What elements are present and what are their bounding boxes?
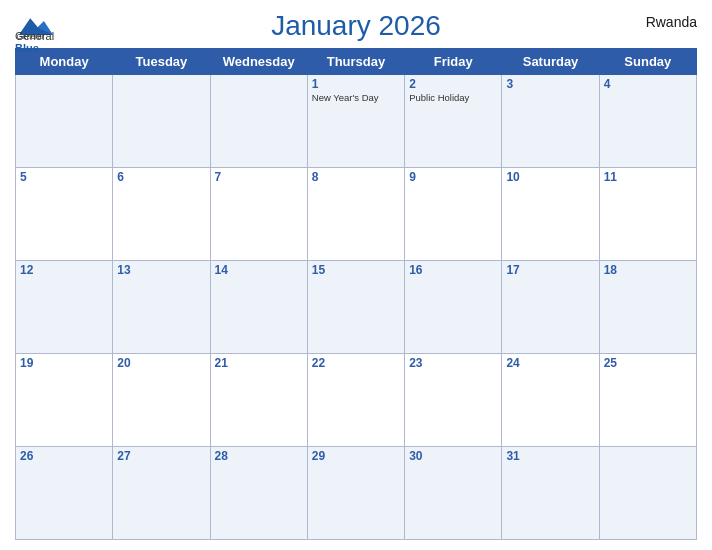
weekday-thursday: Thursday <box>307 49 404 75</box>
day-cell: 14 <box>210 261 307 354</box>
day-cell: 21 <box>210 354 307 447</box>
day-number: 29 <box>312 449 400 463</box>
day-number: 31 <box>506 449 594 463</box>
day-cell: 8 <box>307 168 404 261</box>
day-number: 13 <box>117 263 205 277</box>
day-number: 6 <box>117 170 205 184</box>
day-number: 3 <box>506 77 594 91</box>
day-number: 16 <box>409 263 497 277</box>
day-number: 11 <box>604 170 692 184</box>
day-cell: 29 <box>307 447 404 540</box>
weekday-tuesday: Tuesday <box>113 49 210 75</box>
day-number: 9 <box>409 170 497 184</box>
day-number: 10 <box>506 170 594 184</box>
day-cell: 12 <box>16 261 113 354</box>
day-number: 19 <box>20 356 108 370</box>
day-cell: 16 <box>405 261 502 354</box>
day-cell: 3 <box>502 75 599 168</box>
day-number: 22 <box>312 356 400 370</box>
day-number: 5 <box>20 170 108 184</box>
day-number: 18 <box>604 263 692 277</box>
day-number: 27 <box>117 449 205 463</box>
day-number: 25 <box>604 356 692 370</box>
day-number: 8 <box>312 170 400 184</box>
calendar-container: General General Blue January 2026 Rwanda… <box>0 0 712 550</box>
day-cell: 10 <box>502 168 599 261</box>
calendar-table: MondayTuesdayWednesdayThursdayFridaySatu… <box>15 48 697 540</box>
day-cell <box>210 75 307 168</box>
day-number: 14 <box>215 263 303 277</box>
weekday-friday: Friday <box>405 49 502 75</box>
week-row-4: 19202122232425 <box>16 354 697 447</box>
country-label: Rwanda <box>646 14 697 30</box>
weekday-sunday: Sunday <box>599 49 696 75</box>
day-number: 21 <box>215 356 303 370</box>
weekday-wednesday: Wednesday <box>210 49 307 75</box>
day-cell <box>113 75 210 168</box>
day-number: 2 <box>409 77 497 91</box>
day-number: 15 <box>312 263 400 277</box>
day-cell: 6 <box>113 168 210 261</box>
day-cell: 9 <box>405 168 502 261</box>
day-number: 1 <box>312 77 400 91</box>
day-number: 24 <box>506 356 594 370</box>
day-cell: 7 <box>210 168 307 261</box>
day-cell: 2Public Holiday <box>405 75 502 168</box>
logo-blue: Blue <box>15 42 54 54</box>
day-number: 28 <box>215 449 303 463</box>
day-event: Public Holiday <box>409 92 497 104</box>
day-cell: 28 <box>210 447 307 540</box>
day-cell: 25 <box>599 354 696 447</box>
week-row-5: 262728293031 <box>16 447 697 540</box>
day-cell: 5 <box>16 168 113 261</box>
calendar-title: January 2026 <box>271 10 441 42</box>
day-number: 26 <box>20 449 108 463</box>
day-cell: 11 <box>599 168 696 261</box>
day-cell <box>599 447 696 540</box>
day-number: 20 <box>117 356 205 370</box>
day-cell: 20 <box>113 354 210 447</box>
day-cell: 19 <box>16 354 113 447</box>
day-cell: 24 <box>502 354 599 447</box>
week-row-1: 1New Year's Day2Public Holiday34 <box>16 75 697 168</box>
day-event: New Year's Day <box>312 92 400 104</box>
day-cell: 17 <box>502 261 599 354</box>
day-cell: 4 <box>599 75 696 168</box>
day-cell: 23 <box>405 354 502 447</box>
day-cell: 1New Year's Day <box>307 75 404 168</box>
day-cell: 15 <box>307 261 404 354</box>
day-number: 30 <box>409 449 497 463</box>
day-number: 4 <box>604 77 692 91</box>
week-row-2: 567891011 <box>16 168 697 261</box>
day-cell: 30 <box>405 447 502 540</box>
logo: General General Blue <box>15 10 54 54</box>
day-cell: 26 <box>16 447 113 540</box>
day-cell: 22 <box>307 354 404 447</box>
day-cell: 31 <box>502 447 599 540</box>
day-number: 7 <box>215 170 303 184</box>
day-cell: 18 <box>599 261 696 354</box>
week-row-3: 12131415161718 <box>16 261 697 354</box>
day-number: 23 <box>409 356 497 370</box>
weekday-header-row: MondayTuesdayWednesdayThursdayFridaySatu… <box>16 49 697 75</box>
logo-general: General <box>15 30 54 42</box>
day-cell: 27 <box>113 447 210 540</box>
day-cell <box>16 75 113 168</box>
day-cell: 13 <box>113 261 210 354</box>
day-number: 12 <box>20 263 108 277</box>
calendar-header: General General Blue January 2026 Rwanda <box>15 10 697 42</box>
weekday-saturday: Saturday <box>502 49 599 75</box>
day-number: 17 <box>506 263 594 277</box>
